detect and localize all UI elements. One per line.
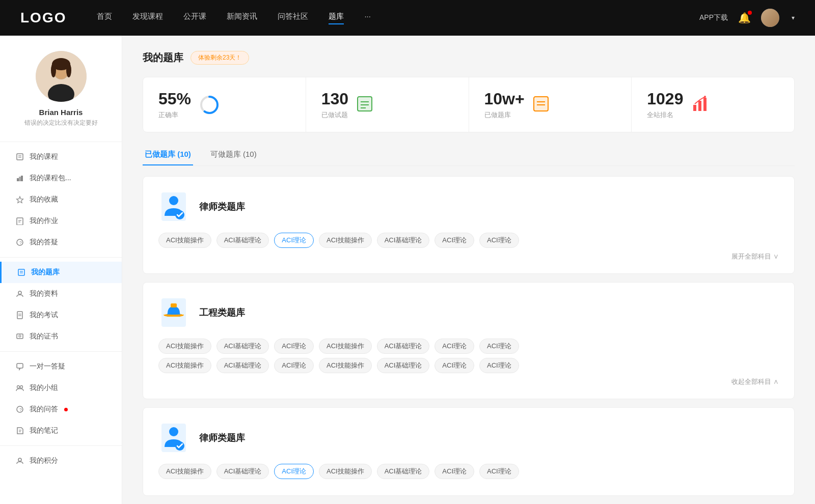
tag-law2-3[interactable]: ACI技能操作 [319,464,372,479]
stat-rank-content: 1029 全站排名 [647,90,683,120]
expand-law1[interactable]: 展开全部科目 ∨ [158,252,779,261]
svg-point-51 [169,196,178,205]
tag-eng1-r1-4[interactable]: ACI基础理论 [377,339,430,354]
tag-law1-0[interactable]: ACI技能操作 [158,233,211,248]
svg-point-34 [18,458,21,461]
svg-rect-23 [17,312,22,319]
sidebar-item-my-courses[interactable]: 我的课程 [0,146,122,167]
sidebar-item-my-packages[interactable]: 我的课程包... [0,167,122,189]
tag-eng1-r2-3[interactable]: ACI技能操作 [319,358,372,373]
sidebar-item-my-profile[interactable]: 我的资料 [0,283,122,304]
done-banks-icon [533,95,553,115]
tab-available-banks[interactable]: 可做题库 (10) [208,145,259,165]
tag-law1-2[interactable]: ACI理论 [274,233,314,248]
my-homework-label: 我的作业 [30,216,58,226]
user-motto: 错误的决定比没有决定要好 [24,119,98,127]
tag-law2-5[interactable]: ACI理论 [434,464,474,479]
nav-link-more[interactable]: ··· [364,12,371,24]
qbank-header-law2: 律师类题库 [158,420,779,456]
tag-eng1-r2-2[interactable]: ACI理论 [274,358,314,373]
my-notes-icon [15,426,24,435]
stat-accuracy-content: 55% 正确率 [158,90,191,120]
sidebar-item-my-answers[interactable]: ? 我的问答 [0,399,122,420]
tag-eng1-r2-1[interactable]: ACI基础理论 [216,358,269,373]
tag-eng1-r2-0[interactable]: ACI技能操作 [158,358,211,373]
tag-law1-1[interactable]: ACI基础理论 [216,233,269,248]
sidebar-item-my-cert[interactable]: 我的证书 [0,326,122,347]
stat-done-banks: 10w+ 已做题库 [469,77,632,132]
sidebar-item-one-on-one[interactable]: 一对一答疑 [0,356,122,377]
avatar[interactable] [761,9,779,27]
main-content: 我的题库 体验剩余23天！ 55% 正确率 130 [122,36,815,504]
sidebar-item-my-exam[interactable]: 我的考试 [0,304,122,326]
svg-rect-10 [17,178,19,181]
sidebar-item-my-homework[interactable]: 我的作业 [0,210,122,232]
notification-bell[interactable]: 🔔 [738,12,751,24]
nav-link-home[interactable]: 首页 [97,12,112,24]
tag-law2-6[interactable]: ACI理论 [479,464,519,479]
tag-law1-3[interactable]: ACI技能操作 [319,233,372,248]
stat-done-banks-value: 10w+ [484,90,525,108]
sidebar-item-my-qbank[interactable]: 我的题库 [0,262,122,283]
qbank-icon-law2 [158,420,189,456]
svg-point-22 [18,291,21,294]
tag-eng1-r1-6[interactable]: ACI理论 [479,339,519,354]
my-profile-icon [15,289,24,298]
my-cert-label: 我的证书 [30,332,58,341]
svg-rect-12 [21,176,23,181]
my-courses-label: 我的课程 [30,152,58,161]
nav-link-news[interactable]: 新闻资讯 [227,12,257,24]
tag-law1-4[interactable]: ACI基础理论 [377,233,430,248]
my-packages-label: 我的课程包... [30,174,71,183]
sidebar-item-my-questions[interactable]: ? 我的答疑 [0,232,122,253]
tag-law1-5[interactable]: ACI理论 [434,233,474,248]
sidebar-item-my-group[interactable]: 我的小组 [0,377,122,399]
app-download-button[interactable]: APP下载 [699,13,728,22]
stats-row: 55% 正确率 130 已做试题 [143,77,795,132]
my-points-label: 我的积分 [30,456,58,465]
sidebar-item-my-notes[interactable]: 我的笔记 [0,420,122,441]
accuracy-icon [199,95,220,115]
sidebar-item-my-favorites[interactable]: 我的收藏 [0,189,122,210]
avatar-chevron-icon[interactable]: ▾ [792,14,795,21]
sidebar-item-my-points[interactable]: 我的积分 [0,450,122,471]
tag-eng1-r1-1[interactable]: ACI基础理论 [216,339,269,354]
tag-law2-2[interactable]: ACI理论 [274,464,314,479]
collapse-eng1[interactable]: 收起全部科目 ∧ [158,377,779,386]
tag-eng1-r1-2[interactable]: ACI理论 [274,339,314,354]
my-exam-icon [15,311,24,320]
tag-law2-1[interactable]: ACI基础理论 [216,464,269,479]
tag-law2-4[interactable]: ACI基础理论 [377,464,430,479]
my-group-label: 我的小组 [30,383,58,393]
tag-eng1-r2-5[interactable]: ACI理论 [434,358,474,373]
nav-link-courses[interactable]: 发现课程 [132,12,163,24]
tag-eng1-r1-5[interactable]: ACI理论 [434,339,474,354]
my-points-icon [15,456,24,465]
nav-link-qbank[interactable]: 题库 [329,12,344,24]
tag-law1-6[interactable]: ACI理论 [479,233,519,248]
svg-point-5 [51,63,56,77]
svg-point-27 [19,335,21,337]
qbank-tags-eng1-row1: ACI技能操作 ACI基础理论 ACI理论 ACI技能操作 ACI基础理论 AC… [158,339,779,354]
svg-rect-47 [698,101,701,111]
tag-eng1-r1-0[interactable]: ACI技能操作 [158,339,211,354]
tab-done-banks[interactable]: 已做题库 (10) [143,145,193,165]
tag-eng1-r2-6[interactable]: ACI理论 [479,358,519,373]
my-exam-label: 我的考试 [30,311,58,320]
my-questions-label: 我的答疑 [30,238,58,247]
one-on-one-icon [15,362,24,371]
qbank-card-law1: 律师类题库 ACI技能操作 ACI基础理论 ACI理论 ACI技能操作 ACI基… [143,176,795,274]
tag-eng1-r2-4[interactable]: ACI基础理论 [377,358,430,373]
nav-link-qa[interactable]: 问答社区 [278,12,308,24]
svg-rect-11 [19,177,21,181]
navbar: LOGO 首页 发现课程 公开课 新闻资讯 问答社区 题库 ··· APP下载 … [0,0,815,36]
nav-right: APP下载 🔔 ▾ [699,9,795,27]
my-notes-label: 我的笔记 [30,426,58,435]
rank-icon [691,95,712,115]
tag-law2-0[interactable]: ACI技能操作 [158,464,211,479]
nav-link-open[interactable]: 公开课 [183,12,206,24]
qbank-icon-eng1 [158,295,189,330]
tag-eng1-r1-3[interactable]: ACI技能操作 [319,339,372,354]
svg-rect-55 [171,303,177,307]
nav-links: 首页 发现课程 公开课 新闻资讯 问答社区 题库 ··· [97,12,699,24]
